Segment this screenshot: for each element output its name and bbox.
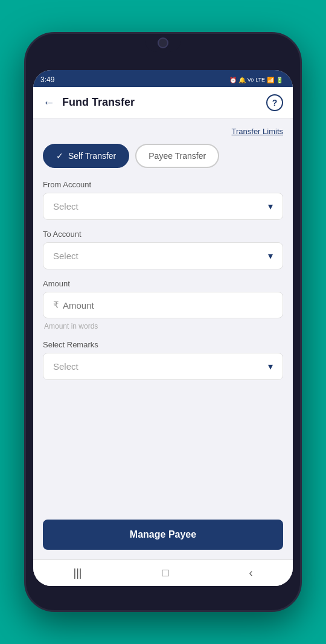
from-account-dropdown[interactable]: Select ▾ xyxy=(43,193,283,220)
notification-icon: 🔔 xyxy=(238,77,246,83)
amount-input-container[interactable]: ₹ xyxy=(43,292,283,318)
amount-in-words: Amount in words xyxy=(43,322,283,330)
phone-screen: 3:49 ⏰ 🔔 Vo LTE 📶 🔋 ← Fund Transfer ? Tr… xyxy=(33,70,293,586)
rupee-icon: ₹ xyxy=(53,300,59,311)
back-nav-icon[interactable]: ‹ xyxy=(249,567,252,579)
from-account-group: From Account Select ▾ xyxy=(43,180,283,220)
to-account-value: Select xyxy=(53,251,78,261)
from-account-arrow-icon: ▾ xyxy=(268,201,273,212)
lte-icon: LTE xyxy=(255,77,265,83)
menu-nav-icon[interactable]: ||| xyxy=(74,567,82,579)
navigation-bar: ||| □ ‹ xyxy=(33,559,293,586)
camera-notch xyxy=(145,34,181,52)
manage-payee-button[interactable]: Manage Payee xyxy=(43,520,283,550)
remarks-value: Select xyxy=(53,361,78,372)
amount-label: Amount xyxy=(43,279,283,288)
power-button-right xyxy=(301,143,302,179)
signal-icon: Vo xyxy=(248,77,254,83)
to-account-label: To Account xyxy=(43,230,283,239)
amount-input[interactable] xyxy=(63,300,273,311)
remarks-label: Select Remarks xyxy=(43,340,283,349)
from-account-label: From Account xyxy=(43,180,283,189)
alarm-icon: ⏰ xyxy=(229,77,237,83)
check-icon: ✓ xyxy=(56,151,63,161)
help-button[interactable]: ? xyxy=(266,94,283,111)
battery-icon: 🔋 xyxy=(276,77,283,83)
volume-button-left xyxy=(24,155,25,179)
remarks-group: Select Remarks Select ▾ xyxy=(43,340,283,380)
payee-transfer-button[interactable]: Payee Transfer xyxy=(135,144,219,168)
to-account-dropdown[interactable]: Select ▾ xyxy=(43,242,283,269)
phone-frame: 3:49 ⏰ 🔔 Vo LTE 📶 🔋 ← Fund Transfer ? Tr… xyxy=(24,32,302,612)
remarks-dropdown[interactable]: Select ▾ xyxy=(43,353,283,380)
from-account-value: Select xyxy=(53,201,78,211)
to-account-group: To Account Select ▾ xyxy=(43,230,283,269)
status-time: 3:49 xyxy=(40,76,54,84)
wifi-icon: 📶 xyxy=(267,77,274,83)
app-header: ← Fund Transfer ? xyxy=(33,87,293,118)
back-button[interactable]: ← xyxy=(43,95,55,109)
bottom-section: Manage Payee xyxy=(33,512,293,559)
main-content: Transfer Limits ✓ Self Transfer Payee Tr… xyxy=(33,118,293,512)
transfer-limits-section: Transfer Limits xyxy=(43,126,283,137)
page-title: Fund Transfer xyxy=(62,96,266,109)
remarks-arrow-icon: ▾ xyxy=(268,361,273,372)
transfer-type-toggle: ✓ Self Transfer Payee Transfer xyxy=(43,144,283,168)
camera-lens xyxy=(158,37,168,48)
amount-group: Amount ₹ Amount in words xyxy=(43,279,283,330)
status-bar: 3:49 ⏰ 🔔 Vo LTE 📶 🔋 xyxy=(33,70,293,87)
home-nav-icon[interactable]: □ xyxy=(162,567,169,579)
to-account-arrow-icon: ▾ xyxy=(268,250,273,262)
status-icons: ⏰ 🔔 Vo LTE 📶 🔋 xyxy=(229,77,283,83)
transfer-limits-link[interactable]: Transfer Limits xyxy=(232,127,283,136)
self-transfer-button[interactable]: ✓ Self Transfer xyxy=(43,144,129,168)
